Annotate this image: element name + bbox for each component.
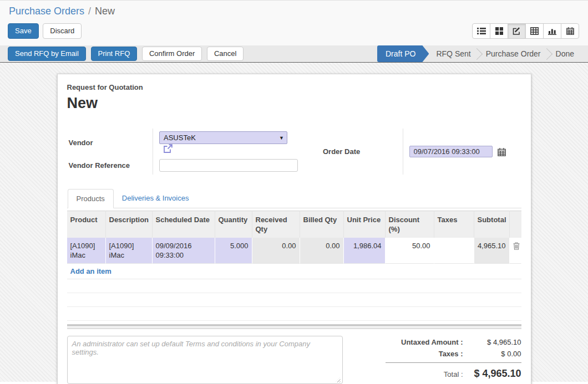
vendor-reference-input[interactable] (159, 159, 298, 172)
vendor-select[interactable]: ASUSTeK ▼ (159, 131, 287, 144)
save-button[interactable]: Save (8, 23, 39, 39)
open-vendor-record-button[interactable] (163, 144, 173, 153)
view-switcher (472, 23, 579, 39)
top-bar: Purchase Orders/New Save Discard (0, 0, 588, 45)
view-switcher-kanban-button[interactable] (490, 23, 508, 39)
calendar-icon (498, 148, 506, 156)
totals-divider (386, 362, 521, 363)
cell-scheduled-date[interactable]: 09/09/2016 09:33:00 (153, 238, 215, 264)
cell-product[interactable]: [A1090] iMac (67, 238, 106, 264)
notebook-tabs: Products Deliveries & Invoices (67, 189, 521, 208)
breadcrumb-current: New (95, 6, 115, 17)
confirm-order-button[interactable]: Confirm Order (142, 47, 202, 61)
view-switcher-pivot-button[interactable] (525, 23, 544, 39)
col-received-qty: Received Qty (252, 211, 300, 238)
breadcrumb: Purchase Orders/New (0, 1, 588, 18)
status-step-done[interactable]: Done (549, 49, 581, 58)
empty-line (67, 307, 521, 321)
delete-line-button[interactable] (510, 238, 521, 264)
view-switcher-list-button[interactable] (472, 23, 490, 39)
form-sheet: Request for Quotation New Vendor ASUSTeK… (57, 74, 531, 384)
total-label: Total : (444, 370, 463, 378)
list-resize-handle-shadow (67, 327, 521, 329)
cell-billed-qty: 0.00 (300, 238, 344, 264)
col-unit-price: Unit Price (344, 211, 386, 238)
calendar-icon (566, 27, 574, 35)
breadcrumb-separator: / (88, 6, 91, 17)
status-step-draft-po[interactable]: Draft PO (377, 45, 429, 62)
status-bar: Send RFQ by Email Print RFQ Confirm Orde… (0, 45, 588, 63)
kanban-icon (495, 27, 503, 35)
status-step-purchase-order[interactable]: Purchase Order (479, 49, 548, 58)
order-date-input[interactable] (409, 146, 493, 157)
cancel-button[interactable]: Cancel (207, 47, 244, 61)
empty-line (67, 293, 521, 307)
view-switcher-graph-button[interactable] (543, 23, 561, 39)
empty-line (67, 279, 521, 293)
table-header-row: Product Description Scheduled Date Quant… (67, 211, 521, 238)
print-rfq-button[interactable]: Print RFQ (91, 47, 138, 61)
tab-products[interactable]: Products (68, 189, 114, 208)
cell-unit-price[interactable]: 1,986.04 (344, 238, 386, 264)
vendor-label: Vendor (67, 129, 153, 156)
form-view-background: Request for Quotation New Vendor ASUSTeK… (0, 63, 588, 382)
trash-icon (513, 242, 520, 250)
cell-subtotal: 4,965.10 (474, 238, 510, 264)
col-description: Description (106, 211, 153, 238)
tab-deliveries-invoices[interactable]: Deliveries & Invoices (114, 189, 197, 208)
col-actions (510, 211, 521, 238)
vendor-select-value: ASUSTeK (164, 134, 196, 142)
order-lines-table: Product Description Scheduled Date Quant… (67, 211, 521, 264)
totals-block: Untaxed Amount : $ 4,965.10 Taxes : $ 0.… (386, 336, 521, 384)
pivot-table-icon (530, 27, 539, 35)
breadcrumb-parent-link[interactable]: Purchase Orders (9, 6, 84, 17)
date-picker-button[interactable] (498, 148, 506, 156)
external-link-icon (163, 144, 173, 153)
cell-taxes[interactable] (434, 238, 474, 264)
col-quantity: Quantity (215, 211, 252, 238)
taxes-label: Taxes : (439, 350, 463, 358)
col-subtotal: Subtotal (474, 211, 510, 238)
edit-form-icon (513, 27, 521, 35)
cell-quantity[interactable]: 5.000 (215, 238, 252, 264)
add-an-item-link[interactable]: Add an item (70, 267, 111, 275)
order-line-row: [A1090] iMac [A1090] iMac 09/09/2016 09:… (67, 238, 521, 264)
cell-discount[interactable]: 50.00 (386, 238, 434, 264)
col-taxes: Taxes (434, 211, 474, 238)
total-value: $ 4,965.10 (463, 368, 521, 380)
discard-button[interactable]: Discard (43, 23, 82, 39)
status-steps: Draft PO RFQ Sent Purchase Order Done (377, 45, 588, 62)
bar-chart-icon (548, 27, 556, 35)
dropdown-caret-icon: ▼ (279, 135, 284, 141)
cell-description[interactable]: [A1090] iMac (106, 238, 153, 264)
col-billed-qty: Billed Qty (300, 211, 344, 238)
view-switcher-form-button[interactable] (508, 23, 526, 39)
list-icon (477, 27, 486, 35)
send-rfq-by-email-button[interactable]: Send RFQ by Email (8, 47, 86, 61)
page-title: New (67, 95, 521, 112)
untaxed-amount-value: $ 4,965.10 (463, 338, 521, 346)
list-resize-handle[interactable] (67, 324, 521, 326)
terms-and-conditions-input[interactable] (67, 336, 343, 384)
col-scheduled-date: Scheduled Date (153, 211, 215, 238)
col-discount: Discount (%) (386, 211, 434, 238)
view-switcher-calendar-button[interactable] (561, 23, 579, 39)
cell-received-qty: 0.00 (252, 238, 300, 264)
taxes-value: $ 0.00 (463, 350, 521, 358)
untaxed-amount-label: Untaxed Amount : (401, 338, 463, 346)
order-date-label: Order Date (321, 129, 403, 175)
form-subtitle: Request for Quotation (67, 83, 521, 91)
vendor-reference-label: Vendor Reference (67, 156, 153, 175)
col-product: Product (67, 211, 106, 238)
